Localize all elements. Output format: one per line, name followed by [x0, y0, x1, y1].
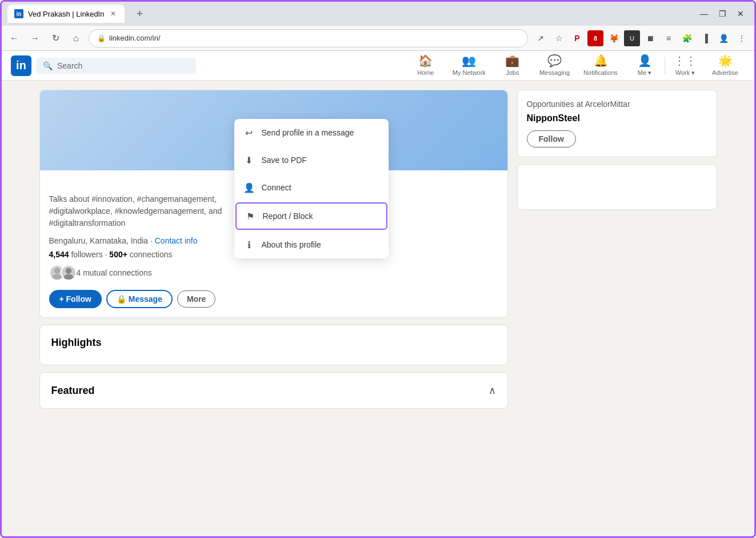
nav-item-messaging[interactable]: 💬 Messaging	[533, 51, 577, 81]
browser-menu[interactable]: ⋮	[734, 30, 750, 46]
svg-point-1	[52, 274, 62, 280]
me-label: Me ▾	[638, 69, 651, 77]
network-label: My Network	[453, 69, 486, 76]
connect-icon: 👤	[243, 182, 255, 193]
title-bar: in Ved Prakash | LinkedIn ✕ + — ❐ ✕	[2, 2, 754, 26]
me-icon: 👤	[638, 54, 652, 67]
forward-button[interactable]: →	[27, 30, 43, 46]
advertise-label: Advertise	[712, 69, 738, 76]
dropdown-item-send-profile[interactable]: ↩ Send profile in a message	[234, 119, 389, 146]
messaging-label: Messaging	[539, 69, 570, 76]
sidebar-card-extra	[517, 164, 717, 210]
search-placeholder: Search	[57, 61, 82, 70]
mutual-count-text: 4 mutual connections	[77, 268, 152, 277]
extension-icon-2[interactable]: 🦊	[606, 30, 622, 46]
mutual-avatars	[49, 265, 72, 281]
url-bar[interactable]: 🔒 linkedin.com/in/	[89, 29, 528, 47]
featured-chevron-icon[interactable]: ∧	[489, 384, 496, 397]
home-button[interactable]: ⌂	[68, 30, 84, 46]
browser-frame: in Ved Prakash | LinkedIn ✕ + — ❐ ✕ ← → …	[0, 0, 756, 538]
advertise-icon: 🌟	[718, 54, 733, 67]
message-button[interactable]: 🔒 Message	[106, 290, 173, 308]
mutual-connections: 4 mutual connections	[49, 265, 498, 281]
jobs-label: Jobs	[506, 69, 519, 76]
toolbar-icons: ↗ ☆ P 8 🦊 U ⏹ ≡ 🧩 ▐ 👤 ⋮	[533, 30, 750, 46]
linkedin-navbar: in 🔍 Search 🏠 Home 👥 My Network 💼 Jobs 💬…	[2, 51, 754, 81]
svg-point-2	[65, 268, 71, 273]
maximize-button[interactable]: ❐	[714, 8, 730, 19]
notifications-label: Notifications	[583, 69, 618, 76]
minimize-button[interactable]: —	[696, 8, 712, 19]
more-button[interactable]: More	[177, 290, 215, 308]
main-content: Talks about #innovation, #changemanageme…	[2, 81, 754, 536]
dropdown-item-connect[interactable]: 👤 Connect	[234, 174, 389, 201]
share-icon[interactable]: ↗	[533, 30, 549, 46]
home-label: Home	[417, 69, 434, 76]
dropdown-item-about-profile[interactable]: ℹ About this profile	[234, 231, 389, 258]
sidebar-follow-button[interactable]: Follow	[527, 130, 576, 148]
sidebar-toggle[interactable]: ▐	[697, 30, 713, 46]
work-label: Work ▾	[675, 69, 695, 77]
save-pdf-label: Save to PDF	[262, 156, 307, 165]
extension-icon-1[interactable]: 8	[587, 30, 603, 46]
address-bar: ← → ↻ ⌂ 🔒 linkedin.com/in/ ↗ ☆ P 8 🦊 U ⏹…	[2, 26, 754, 51]
close-button[interactable]: ✕	[733, 8, 749, 19]
notifications-icon: 🔔	[594, 54, 608, 67]
profile-actions: + Follow 🔒 Message More	[49, 290, 498, 308]
opportunities-text: Opportunities at ArcelorMittar	[527, 99, 707, 109]
back-button[interactable]: ←	[6, 30, 22, 46]
nav-item-work[interactable]: ⋮⋮ Work ▾	[665, 51, 705, 81]
profile-column: Talks about #innovation, #changemanageme…	[39, 90, 508, 527]
nav-item-jobs[interactable]: 💼 Jobs	[493, 51, 533, 81]
tab-favicon: in	[14, 9, 23, 18]
new-tab-button[interactable]: +	[131, 6, 147, 22]
highlights-title: Highlights	[51, 337, 496, 349]
dropdown-menu: ↩ Send profile in a message ⬇ Save to PD…	[234, 119, 389, 258]
lock-icon: 🔒	[97, 34, 106, 42]
home-icon: 🏠	[418, 54, 433, 67]
url-text: linkedin.com/in/	[109, 34, 161, 42]
connect-label: Connect	[262, 183, 291, 192]
search-bar[interactable]: 🔍 Search	[36, 58, 196, 74]
report-block-label: Report / Block	[263, 212, 313, 221]
featured-section: Featured ∧	[39, 372, 508, 409]
save-pdf-icon: ⬇	[243, 154, 255, 166]
featured-header: Featured ∧	[51, 384, 496, 397]
dropdown-item-report-block[interactable]: ⚑ Report / Block	[235, 202, 387, 230]
nav-item-me[interactable]: 👤 Me ▾	[625, 51, 665, 81]
window-controls: — ❐ ✕	[696, 8, 749, 19]
nav-item-home[interactable]: 🏠 Home	[406, 51, 446, 81]
linkedin-logo[interactable]: in	[11, 55, 31, 76]
dropdown-item-save-pdf[interactable]: ⬇ Save to PDF	[234, 146, 389, 174]
profile-avatar[interactable]: 👤	[715, 30, 731, 46]
puzzle-icon[interactable]: 🧩	[679, 30, 695, 46]
profile-card: Talks about #innovation, #changemanageme…	[39, 90, 508, 318]
about-profile-icon: ℹ	[243, 239, 255, 250]
svg-point-0	[54, 268, 59, 273]
browser-tab[interactable]: in Ved Prakash | LinkedIn ✕	[7, 5, 125, 23]
search-icon: 🔍	[43, 61, 53, 70]
sidebar-card-nippon: Opportunities at ArcelorMittar NipponSte…	[517, 90, 717, 157]
extension-icon-4[interactable]: ⏹	[642, 30, 658, 46]
company-name: NipponSteel	[527, 113, 707, 123]
pocket-icon[interactable]: P	[569, 30, 585, 46]
contact-info-link[interactable]: Contact info	[155, 236, 198, 245]
star-icon[interactable]: ☆	[551, 30, 567, 46]
nav-item-notifications[interactable]: 🔔 Notifications	[577, 51, 625, 81]
featured-title: Featured	[51, 385, 95, 397]
tab-close-button[interactable]: ✕	[109, 9, 118, 18]
mutual-avatar-2	[61, 265, 77, 281]
follow-button[interactable]: + Follow	[49, 290, 102, 308]
nav-item-advertise[interactable]: 🌟 Advertise	[705, 51, 745, 81]
right-sidebar: Opportunities at ArcelorMittar NipponSte…	[517, 90, 717, 527]
send-profile-label: Send profile in a message	[262, 128, 354, 137]
messaging-icon: 💬	[547, 54, 562, 67]
tab-title: Ved Prakash | LinkedIn	[28, 10, 104, 18]
highlights-section: Highlights	[39, 325, 508, 365]
menu-icon[interactable]: ≡	[661, 30, 677, 46]
reload-button[interactable]: ↻	[47, 30, 63, 46]
send-profile-icon: ↩	[243, 127, 255, 138]
extension-icon-3[interactable]: U	[624, 30, 640, 46]
nav-item-network[interactable]: 👥 My Network	[446, 51, 493, 81]
nav-items: 🏠 Home 👥 My Network 💼 Jobs 💬 Messaging 🔔…	[406, 51, 745, 81]
